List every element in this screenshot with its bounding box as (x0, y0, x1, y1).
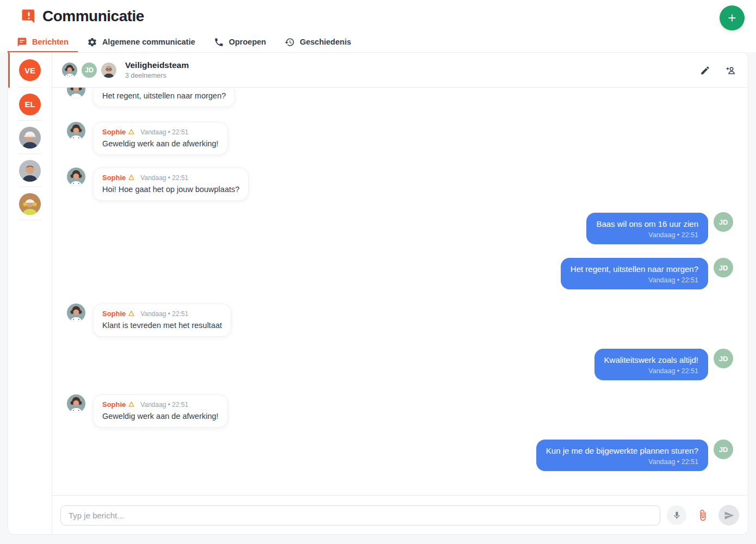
message-bubble: Sophie Vandaag • 22:51 Klant is tevreden… (93, 304, 231, 337)
message-bubble: Het regent, uitstellen naar morgen? Vand… (561, 258, 708, 289)
tab-geschiedenis[interactable]: Geschiedenis (275, 32, 360, 52)
sender-name: Sophie (102, 128, 126, 136)
conversation-item-worker-3[interactable] (8, 187, 52, 220)
sophie-avatar (61, 61, 78, 79)
man-glasses-avatar (100, 61, 117, 79)
messages-scroll-area[interactable]: Het regent, uitstellen naar morgen? Soph… (52, 88, 748, 495)
sophie-avatar (67, 304, 85, 322)
conversation-item-ve[interactable]: VE (8, 53, 52, 88)
message-bubble: Kun je me de bijgewerkte plannen sturen?… (536, 440, 708, 471)
message-text: Geweldig werk aan de afwerking! (102, 412, 219, 421)
app-brand: Communicatie (21, 8, 144, 25)
sender-name: Sophie (102, 310, 126, 318)
worker-helmet-avatar (19, 127, 41, 149)
message-bubble: Sophie Vandaag • 22:51 Hoi! Hoe gaat het… (93, 168, 249, 201)
voice-message-button[interactable] (667, 505, 686, 525)
paperclip-icon (697, 509, 709, 521)
chat-subtitle: 3 deelnemers (125, 72, 189, 79)
tab-algemene-communicatie[interactable]: Algemene communicatie (78, 32, 205, 52)
add-conversation-button[interactable] (720, 5, 745, 30)
alert-chat-icon (21, 8, 37, 24)
warning-triangle-icon (128, 175, 134, 180)
send-button[interactable] (718, 505, 739, 526)
warning-triangle-icon (128, 311, 134, 316)
sender-name: Sophie (102, 174, 126, 182)
divider (18, 220, 42, 220)
plus-icon (726, 12, 738, 24)
message-time: Vandaag • 22:51 (596, 231, 698, 239)
message-text: Kun je me de bijgewerkte plannen sturen? (546, 446, 698, 455)
history-icon (284, 37, 295, 47)
message-bubble: Sophie Vandaag • 22:51 Geweldig werk aan… (93, 122, 228, 155)
attach-file-button[interactable] (696, 509, 709, 522)
tab-label: Berichten (32, 38, 69, 46)
sophie-avatar (67, 394, 85, 413)
message-time: Vandaag • 22:51 (140, 174, 188, 182)
message-bubble: Kwaliteitswerk zoals altijd! Vandaag • 2… (594, 349, 708, 380)
tab-label: Geschiedenis (300, 38, 351, 46)
send-icon (724, 510, 734, 521)
chat-icon (17, 37, 27, 47)
sophie-avatar (67, 168, 85, 186)
tab-bar: Berichten Algemene communicatie Oproepen… (8, 32, 361, 52)
message-text: Geweldig werk aan de afwerking! (102, 139, 219, 148)
warning-triangle-icon (128, 401, 134, 407)
top-header: Communicatie Berichten Algemene communic… (0, 0, 756, 52)
chat-pane: JD Veiligheidsteam 3 deelnemers (52, 53, 748, 534)
message-text: Kwaliteitswerk zoals altijd! (604, 355, 698, 364)
microphone-icon (672, 511, 681, 520)
message-time: Vandaag • 22:51 (140, 128, 188, 136)
tab-berichten[interactable]: Berichten (8, 32, 78, 52)
message-time: Vandaag • 22:51 (546, 458, 698, 466)
message-input[interactable] (60, 505, 660, 526)
add-participant-button[interactable] (724, 64, 737, 77)
avatar: VE (19, 59, 41, 81)
page-title: Communicatie (42, 8, 144, 25)
avatar: EL (19, 94, 41, 115)
conversation-item-worker-2[interactable] (8, 154, 52, 187)
message-bubble: Baas wil ons om 16 uur zien Vandaag • 22… (586, 213, 708, 244)
chat-header-text: Veiligheidsteam 3 deelnemers (125, 60, 189, 79)
jd-avatar: JD (714, 349, 733, 368)
jd-avatar: JD (714, 258, 733, 277)
jd-avatar: JD (80, 61, 98, 79)
tab-oproepen[interactable]: Oproepen (205, 32, 275, 52)
chat-header: JD Veiligheidsteam 3 deelnemers (52, 53, 748, 88)
composer (52, 495, 748, 534)
message-text: Het regent, uitstellen naar morgen? (571, 264, 698, 274)
warning-triangle-icon (128, 129, 134, 134)
tab-label: Algemene communicatie (102, 38, 195, 46)
jd-avatar: JD (714, 440, 733, 459)
chat-title: Veiligheidsteam (125, 60, 189, 70)
chat-header-actions (699, 53, 737, 88)
sophie-avatar (67, 122, 85, 140)
conversation-item-el[interactable]: EL (8, 88, 52, 121)
message-time: Vandaag • 22:51 (140, 401, 188, 409)
gear-icon (87, 37, 97, 47)
worker-earmuffs-avatar (19, 193, 41, 215)
group-avatars: JD (61, 61, 120, 79)
sophie-avatar (67, 88, 85, 98)
message-text: Klant is tevreden met het resultaat (102, 321, 222, 330)
jd-avatar: JD (714, 212, 733, 232)
message-text: Het regent, uitstellen naar morgen? (102, 91, 226, 100)
edit-chat-button[interactable] (699, 64, 711, 77)
message-time: Vandaag • 22:51 (571, 276, 698, 284)
message-bubble: Het regent, uitstellen naar morgen? (93, 88, 235, 107)
worker-avatar (19, 160, 41, 182)
pencil-icon (700, 65, 710, 76)
message-time: Vandaag • 22:51 (140, 310, 188, 318)
message-text: Hoi! Hoe gaat het op jouw bouwplaats? (102, 185, 239, 194)
message-time: Vandaag • 22:51 (604, 367, 698, 375)
messages-panel: VE EL (8, 52, 748, 535)
conversation-rail: VE EL (8, 53, 52, 534)
message-text: Baas wil ons om 16 uur zien (596, 219, 698, 228)
phone-icon (214, 37, 224, 47)
tab-label: Oproepen (229, 38, 266, 46)
conversation-item-worker-1[interactable] (8, 121, 52, 154)
sender-name: Sophie (102, 400, 126, 409)
message-bubble: Sophie Vandaag • 22:51 Geweldig werk aan… (93, 394, 228, 428)
person-add-icon (726, 65, 736, 76)
